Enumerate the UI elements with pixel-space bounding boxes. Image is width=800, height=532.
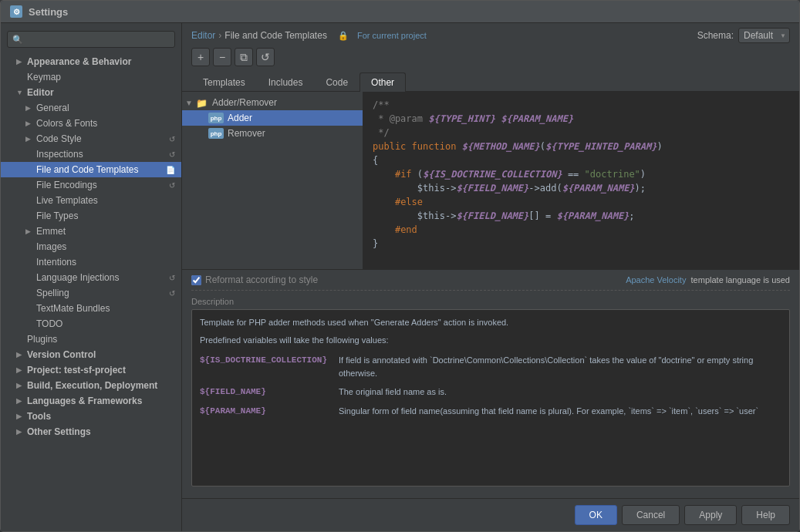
reformat-row: Reformat according to style Apache Veloc…	[191, 274, 790, 285]
reset-button[interactable]: ↺	[256, 48, 275, 66]
tab-includes-label: Includes	[268, 77, 303, 88]
sidebar-item-keymap[interactable]: Keymap	[1, 69, 181, 85]
sidebar-item-code-style[interactable]: ▶ Code Style ↺	[1, 131, 181, 146]
sidebar-item-version-control[interactable]: ▶ Version Control	[1, 347, 181, 362]
reformat-label[interactable]: Reformat according to style	[205, 274, 318, 285]
cancel-button[interactable]: Cancel	[622, 505, 680, 525]
sidebar-item-live-templates[interactable]: Live Templates	[1, 193, 181, 208]
arrow-icon: ▼	[16, 89, 27, 96]
sidebar-item-label: General	[36, 103, 69, 113]
sidebar-item-editor[interactable]: ▼ Editor	[1, 85, 181, 100]
sidebar-item-build[interactable]: ▶ Build, Execution, Deployment	[1, 378, 181, 393]
arrow-icon: ▶	[16, 366, 27, 374]
apache-velocity-link[interactable]: Apache Velocity	[626, 275, 686, 285]
search-input[interactable]	[26, 34, 170, 45]
tree-item-label: Adder	[228, 113, 252, 123]
remove-button[interactable]: −	[213, 48, 231, 66]
template-lang-info: Apache Velocity template language is use…	[626, 275, 790, 285]
schema-label: Schema:	[697, 30, 734, 41]
sidebar-item-emmet[interactable]: ▶ Emmet	[1, 224, 181, 239]
right-panel: /** * @param ${TYPE_HINT} ${PARAM_NAME} …	[363, 92, 799, 269]
tab-other[interactable]: Other	[359, 72, 406, 92]
breadcrumb-editor[interactable]: Editor	[191, 30, 215, 41]
sidebar-item-general[interactable]: ▶ General	[1, 100, 181, 116]
sidebar-item-colors-fonts[interactable]: ▶ Colors & Fonts	[1, 116, 181, 131]
arrow-icon: ▶	[16, 397, 27, 405]
sidebar-item-todo[interactable]: TODO	[1, 316, 181, 332]
arrow-icon: ▶	[25, 227, 35, 235]
reload-icon: ↺	[169, 289, 175, 298]
reload-icon: ↺	[169, 274, 175, 282]
tree-item-label: Remover	[228, 128, 265, 139]
sidebar-item-label: File and Code Templates	[36, 164, 139, 175]
project-link[interactable]: For current project	[357, 31, 427, 40]
arrow-icon: ▶	[25, 135, 35, 143]
page-icon: 📄	[166, 166, 175, 174]
sidebar-item-file-encodings[interactable]: File Encodings ↺	[1, 177, 181, 193]
sidebar-item-label: Version Control	[27, 349, 96, 360]
reformat-checkbox-wrap[interactable]: Reformat according to style	[191, 274, 318, 285]
schema-select[interactable]: Default	[738, 28, 790, 43]
sidebar-item-label: Languages & Frameworks	[27, 396, 142, 406]
bottom-buttons: OK Cancel Apply Help	[182, 498, 799, 531]
desc-var-desc-2: Singular form of field name(assuming tha…	[339, 402, 781, 421]
sidebar-item-project[interactable]: ▶ Project: test-sf-project	[1, 362, 181, 378]
sidebar-item-file-types[interactable]: File Types	[1, 208, 181, 224]
help-button[interactable]: Help	[741, 505, 790, 525]
tree-item-adder-remover[interactable]: ▼ 📁 Adder/Remover	[182, 95, 363, 110]
arrow-icon: ▶	[25, 120, 35, 127]
description-intro: Template for PHP adder methods used when…	[200, 316, 781, 329]
folder-icon: 📁	[196, 98, 208, 107]
arrow-icon: ▶	[16, 428, 27, 436]
sidebar-item-label: Appearance & Behavior	[27, 56, 131, 67]
sidebar-item-label: Tools	[27, 411, 51, 422]
sidebar-item-tools[interactable]: ▶ Tools	[1, 409, 181, 424]
tree-item-adder[interactable]: php Adder	[182, 110, 363, 126]
sidebar-item-inspections[interactable]: Inspections ↺	[1, 146, 181, 162]
tab-templates[interactable]: Templates	[191, 72, 257, 92]
sidebar-item-plugins[interactable]: Plugins	[1, 332, 181, 347]
reload-icon: ↺	[169, 181, 175, 190]
code-editor[interactable]: /** * @param ${TYPE_HINT} ${PARAM_NAME} …	[363, 92, 799, 269]
sidebar-item-label: Live Templates	[36, 195, 98, 206]
desc-var-name-2: ${PARAM_NAME}	[200, 402, 339, 421]
desc-var-desc-0: If field is annotated with `Doctrine\Com…	[339, 351, 781, 382]
schema-select-wrapper[interactable]: Default	[738, 28, 790, 43]
breadcrumb-separator: ›	[218, 30, 221, 41]
sidebar-item-file-code-templates[interactable]: File and Code Templates 📄	[1, 162, 181, 177]
reload-icon: ↺	[169, 135, 175, 143]
arrow-icon: ▶	[16, 351, 27, 359]
sidebar-item-languages[interactable]: ▶ Languages & Frameworks	[1, 393, 181, 409]
search-box[interactable]: 🔍	[7, 31, 175, 48]
ok-button[interactable]: OK	[575, 505, 617, 525]
sidebar-item-language-injections[interactable]: Language Injections ↺	[1, 270, 181, 285]
sidebar: 🔍 ▶ Appearance & Behavior Keymap ▼ Edito…	[1, 23, 182, 531]
tree-item-remover[interactable]: php Remover	[182, 126, 363, 141]
schema-area: Schema: Default	[697, 28, 790, 43]
tab-code[interactable]: Code	[314, 72, 359, 92]
php-icon: php	[208, 128, 224, 139]
sidebar-item-label: Project: test-sf-project	[27, 365, 126, 375]
sidebar-item-label: Build, Execution, Deployment	[27, 380, 157, 391]
sidebar-item-other-settings[interactable]: ▶ Other Settings	[1, 424, 181, 439]
sidebar-item-label: Emmet	[36, 226, 66, 237]
sidebar-item-spelling[interactable]: Spelling ↺	[1, 285, 181, 301]
sidebar-item-textmate-bundles[interactable]: TextMate Bundles	[1, 301, 181, 316]
arrow-icon: ▶	[16, 58, 27, 66]
main-content: Editor › File and Code Templates 🔒 For c…	[182, 23, 799, 531]
copy-button[interactable]: ⧉	[235, 48, 253, 66]
sidebar-item-appearance[interactable]: ▶ Appearance & Behavior	[1, 54, 181, 69]
desc-var-desc-1: The original field name as is.	[339, 382, 781, 402]
apply-button[interactable]: Apply	[684, 505, 737, 525]
sidebar-item-label: Intentions	[36, 257, 76, 268]
sidebar-item-label: Images	[36, 241, 66, 252]
add-button[interactable]: +	[191, 48, 210, 66]
sidebar-item-label: Language Injections	[36, 272, 119, 283]
description-predefined-note: Predefined variables will take the follo…	[200, 334, 781, 347]
tab-includes[interactable]: Includes	[257, 72, 315, 92]
reformat-checkbox[interactable]	[191, 275, 201, 285]
tab-content: ▼ 📁 Adder/Remover php Adder	[182, 92, 799, 498]
sidebar-item-images[interactable]: Images	[1, 239, 181, 254]
sidebar-item-intentions[interactable]: Intentions	[1, 254, 181, 270]
sidebar-item-label: Colors & Fonts	[36, 118, 97, 129]
